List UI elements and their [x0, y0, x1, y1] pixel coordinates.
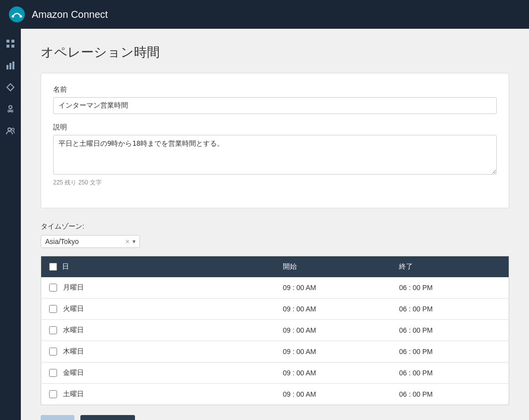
char-count: 225 残り 250 文字 — [53, 179, 497, 187]
svg-point-1 — [12, 15, 14, 18]
timezone-select[interactable]: Asia/Tokyo × ▾ — [41, 235, 140, 248]
svg-point-2 — [20, 15, 22, 18]
save-button[interactable]: 保存 — [41, 415, 74, 420]
select-all-checkbox[interactable] — [49, 263, 57, 271]
sidebar-icon-flow[interactable] — [1, 100, 19, 118]
svg-point-15 — [12, 128, 14, 131]
schedule-table: 日 開始 終了 月曜日 09 : 00 AM 06 : 00 PM — [41, 256, 509, 405]
svg-rect-4 — [11, 40, 14, 43]
end-time: 06 : 00 PM — [391, 341, 509, 362]
svg-rect-3 — [6, 40, 9, 43]
row-checkbox-1[interactable] — [49, 305, 57, 313]
row-checkbox-2[interactable] — [49, 326, 57, 334]
svg-point-11 — [9, 106, 12, 109]
main-content: オペレーション時間 名前 説明 平日と土曜日の9時から18時までを営業時間とする… — [21, 29, 529, 420]
timezone-section: タイムゾーン: Asia/Tokyo × ▾ — [41, 222, 509, 248]
day-label: 月曜日 — [63, 283, 84, 292]
header-end: 終了 — [391, 256, 509, 278]
svg-rect-9 — [12, 61, 14, 69]
table-header-row: 日 開始 終了 — [41, 256, 509, 278]
btn-row: 保存 キャンセル — [41, 415, 509, 420]
svg-rect-6 — [11, 45, 14, 48]
day-label: 水曜日 — [63, 326, 84, 335]
desc-textarea[interactable]: 平日と土曜日の9時から18時までを営業時間とする。 — [53, 135, 497, 175]
svg-point-14 — [8, 128, 11, 131]
end-time: 06 : 00 PM — [391, 320, 509, 341]
header-start: 開始 — [275, 256, 391, 278]
name-input[interactable] — [53, 97, 497, 114]
table-row: 土曜日 09 : 00 AM 06 : 00 PM — [41, 384, 509, 405]
sidebar-icon-chart[interactable] — [1, 57, 19, 74]
svg-rect-8 — [9, 63, 11, 69]
main-layout: オペレーション時間 名前 説明 平日と土曜日の9時から18時までを営業時間とする… — [0, 29, 529, 420]
timezone-label: タイムゾーン: — [41, 222, 509, 231]
table-row: 水曜日 09 : 00 AM 06 : 00 PM — [41, 320, 509, 341]
timezone-clear-icon[interactable]: × — [126, 238, 130, 245]
sidebar-icon-users[interactable] — [1, 122, 19, 140]
svg-point-0 — [9, 6, 25, 22]
start-time: 09 : 00 AM — [275, 384, 391, 405]
timezone-value: Asia/Tokyo — [45, 238, 126, 245]
desc-label: 説明 — [53, 123, 497, 132]
table-row: 月曜日 09 : 00 AM 06 : 00 PM — [41, 277, 509, 299]
form-card: 名前 説明 平日と土曜日の9時から18時までを営業時間とする。 225 残り 2… — [41, 73, 509, 208]
desc-group: 説明 平日と土曜日の9時から18時までを営業時間とする。 225 残り 250 … — [53, 123, 497, 187]
row-checkbox-0[interactable] — [49, 284, 57, 292]
topbar: Amazon Connect — [0, 0, 529, 29]
row-checkbox-4[interactable] — [49, 369, 57, 377]
start-time: 09 : 00 AM — [275, 277, 391, 299]
svg-rect-5 — [6, 45, 9, 48]
start-time: 09 : 00 AM — [275, 341, 391, 362]
end-time: 06 : 00 PM — [391, 299, 509, 320]
sidebar-icon-routing[interactable] — [1, 78, 19, 96]
day-label: 土曜日 — [63, 390, 84, 399]
table-row: 木曜日 09 : 00 AM 06 : 00 PM — [41, 341, 509, 362]
day-label: 火曜日 — [63, 304, 84, 313]
day-label: 金曜日 — [63, 368, 84, 377]
cancel-button[interactable]: キャンセル — [80, 415, 135, 420]
amazon-connect-logo — [8, 5, 26, 23]
end-time: 06 : 00 PM — [391, 384, 509, 405]
timezone-arrow-icon[interactable]: ▾ — [132, 238, 135, 245]
table-row: 火曜日 09 : 00 AM 06 : 00 PM — [41, 299, 509, 320]
sidebar — [0, 29, 21, 420]
row-checkbox-5[interactable] — [49, 390, 57, 398]
end-time: 06 : 00 PM — [391, 362, 509, 384]
svg-rect-7 — [6, 65, 8, 69]
table-row: 金曜日 09 : 00 AM 06 : 00 PM — [41, 362, 509, 384]
start-time: 09 : 00 AM — [275, 320, 391, 341]
sidebar-icon-grid[interactable] — [1, 35, 19, 53]
app-title: Amazon Connect — [32, 9, 108, 20]
header-day: 日 — [41, 256, 275, 278]
start-time: 09 : 00 AM — [275, 362, 391, 384]
row-checkbox-3[interactable] — [49, 348, 57, 356]
end-time: 06 : 00 PM — [391, 277, 509, 299]
start-time: 09 : 00 AM — [275, 299, 391, 320]
name-label: 名前 — [53, 85, 497, 94]
page-title: オペレーション時間 — [41, 44, 509, 61]
name-group: 名前 — [53, 85, 497, 114]
day-label: 木曜日 — [63, 347, 84, 356]
svg-marker-10 — [7, 84, 14, 91]
